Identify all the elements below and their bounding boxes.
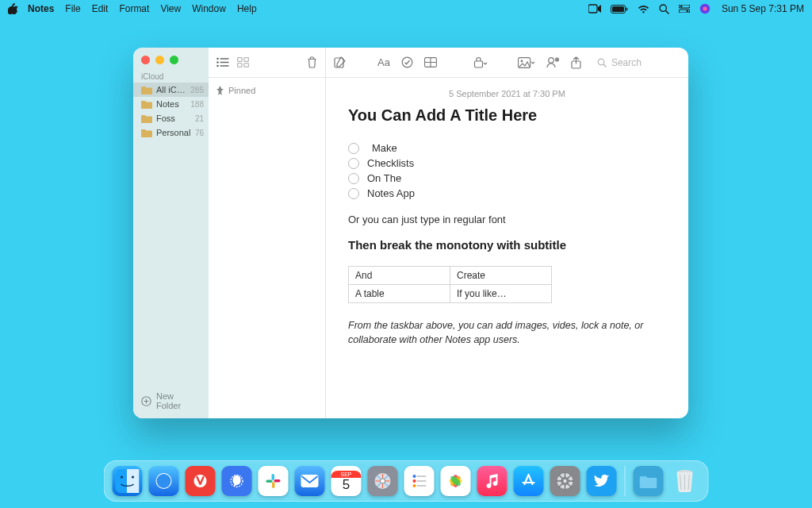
checklist-item[interactable]: Notes App bbox=[348, 187, 666, 199]
pinned-section: Pinned bbox=[209, 78, 325, 103]
svg-point-55 bbox=[413, 475, 416, 478]
dock-app-reminders[interactable] bbox=[404, 466, 435, 496]
folder-name: Personal bbox=[156, 128, 191, 137]
sidebar-folder-personal[interactable]: Personal 76 bbox=[133, 125, 209, 140]
folder-count: 285 bbox=[190, 86, 204, 94]
checklist-item[interactable]: On The bbox=[348, 172, 666, 184]
collaborate-button[interactable] bbox=[546, 56, 560, 68]
apple-menu-icon[interactable] bbox=[8, 3, 18, 14]
dock-app-vivaldi[interactable] bbox=[186, 466, 216, 496]
checklist-item[interactable]: Checklists bbox=[348, 157, 666, 169]
menu-file[interactable]: File bbox=[65, 3, 80, 14]
gallery-view-button[interactable] bbox=[237, 57, 249, 67]
folder-count: 21 bbox=[195, 114, 204, 123]
close-button[interactable] bbox=[141, 56, 150, 64]
editor-panel: Aa Search 5 September 2021 at 7:30 PM Yo… bbox=[326, 48, 688, 418]
checkbox-icon[interactable] bbox=[348, 173, 359, 184]
format-button[interactable]: Aa bbox=[377, 56, 390, 68]
svg-rect-41 bbox=[128, 469, 140, 493]
dock-app-slack[interactable] bbox=[259, 466, 289, 496]
dock-app-appstore[interactable] bbox=[514, 466, 544, 496]
siri-icon[interactable] bbox=[699, 3, 710, 14]
dock-app-twitter[interactable] bbox=[587, 466, 617, 496]
dock-trash[interactable] bbox=[670, 466, 700, 496]
menu-format[interactable]: Format bbox=[119, 3, 149, 14]
menu-window[interactable]: Window bbox=[192, 3, 226, 14]
dock-downloads[interactable] bbox=[634, 466, 664, 496]
dock-app-signal[interactable] bbox=[222, 466, 252, 496]
dock-app-calendar[interactable]: SEP5 bbox=[331, 466, 362, 496]
note-table[interactable]: And Create A table If you like… bbox=[348, 266, 552, 303]
dock-app-photos[interactable] bbox=[441, 466, 471, 496]
note-paragraph[interactable]: Or you can just type in regular font bbox=[348, 214, 666, 225]
media-button[interactable] bbox=[518, 57, 535, 68]
new-folder-button[interactable]: New Folder bbox=[133, 383, 209, 418]
svg-rect-50 bbox=[272, 482, 275, 488]
dock-app-launchpad[interactable] bbox=[368, 466, 398, 496]
svg-rect-25 bbox=[335, 58, 343, 67]
note-timestamp: 5 September 2021 at 7:30 PM bbox=[348, 89, 666, 98]
svg-rect-23 bbox=[238, 64, 243, 67]
svg-point-56 bbox=[413, 479, 416, 483]
spotlight-icon[interactable] bbox=[659, 4, 669, 14]
dock-app-safari[interactable] bbox=[149, 466, 179, 496]
dock-app-music[interactable] bbox=[477, 466, 508, 496]
table-button[interactable] bbox=[424, 57, 437, 67]
note-body[interactable]: 5 September 2021 at 7:30 PM You Can Add … bbox=[326, 78, 688, 418]
table-cell[interactable]: If you like… bbox=[450, 285, 552, 303]
note-italic-paragraph[interactable]: From the taskbar above, you can add imag… bbox=[348, 319, 666, 347]
list-view-button[interactable] bbox=[216, 57, 229, 67]
svg-point-9 bbox=[686, 10, 688, 13]
sidebar-folder-notes[interactable]: Notes 188 bbox=[133, 97, 209, 111]
svg-point-11 bbox=[703, 7, 707, 11]
search-field[interactable]: Search bbox=[592, 55, 680, 71]
sidebar: iCloud All iClou… 285 Notes 188 Foss 21 … bbox=[133, 48, 209, 418]
new-note-button[interactable] bbox=[334, 56, 346, 68]
menu-edit[interactable]: Edit bbox=[92, 3, 109, 14]
folder-icon bbox=[141, 86, 152, 94]
menu-help[interactable]: Help bbox=[237, 3, 257, 14]
table-cell[interactable]: And bbox=[349, 267, 450, 285]
battery-icon[interactable] bbox=[611, 5, 628, 13]
menubar: Notes File Edit Format View Window Help … bbox=[0, 0, 812, 17]
dock-app-finder[interactable] bbox=[113, 466, 143, 496]
table-cell[interactable]: Create bbox=[450, 267, 552, 285]
checkbox-icon[interactable] bbox=[348, 143, 359, 154]
checklist-item[interactable]: Make bbox=[348, 142, 666, 154]
menubar-datetime[interactable]: Sun 5 Sep 7:31 PM bbox=[722, 3, 804, 14]
sidebar-section-label: iCloud bbox=[133, 69, 209, 83]
minimize-button[interactable] bbox=[155, 56, 164, 64]
svg-rect-52 bbox=[301, 475, 319, 487]
folder-name: Notes bbox=[156, 99, 186, 109]
checklist-text: On The bbox=[367, 172, 401, 184]
checkbox-icon[interactable] bbox=[348, 158, 359, 169]
note-list-panel: Pinned bbox=[209, 48, 326, 418]
dock-app-settings[interactable] bbox=[550, 466, 580, 496]
note-title[interactable]: You Can Add A Title Here bbox=[348, 106, 666, 125]
menu-view[interactable]: View bbox=[160, 3, 181, 14]
delete-note-button[interactable] bbox=[307, 56, 317, 68]
checkbox-icon[interactable] bbox=[348, 188, 359, 199]
sidebar-folder-foss[interactable]: Foss 21 bbox=[133, 111, 209, 125]
lock-button[interactable] bbox=[473, 56, 488, 68]
checklist-text: Checklists bbox=[367, 157, 414, 169]
dock-app-mail[interactable] bbox=[295, 466, 325, 496]
note-subtitle[interactable]: Then break the monotony with subtitle bbox=[348, 238, 666, 252]
app-name[interactable]: Notes bbox=[28, 3, 54, 14]
svg-rect-22 bbox=[244, 58, 249, 62]
pinned-label: Pinned bbox=[228, 86, 255, 95]
sidebar-folder-all-icloud[interactable]: All iClou… 285 bbox=[133, 83, 209, 97]
screen-record-icon[interactable] bbox=[588, 4, 601, 13]
notelist-toolbar bbox=[209, 48, 325, 78]
fullscreen-button[interactable] bbox=[170, 56, 178, 64]
svg-rect-49 bbox=[266, 480, 273, 483]
dock-separator bbox=[625, 466, 626, 496]
table-cell[interactable]: A table bbox=[349, 285, 450, 303]
checklist-button[interactable] bbox=[401, 56, 413, 68]
control-center-icon[interactable] bbox=[679, 5, 690, 13]
share-button[interactable] bbox=[571, 56, 581, 69]
svg-point-46 bbox=[194, 475, 207, 487]
folder-icon bbox=[141, 129, 152, 137]
wifi-icon[interactable] bbox=[638, 5, 649, 13]
svg-line-39 bbox=[603, 64, 606, 67]
